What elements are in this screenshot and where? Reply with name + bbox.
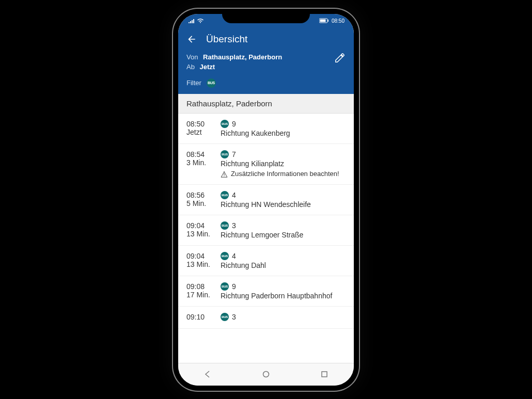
filter-row[interactable]: Filter BUS	[186, 78, 346, 88]
nav-recent-button[interactable]	[314, 368, 335, 381]
bus-icon: BUS	[221, 221, 229, 230]
from-value: Rathausplatz, Paderborn	[203, 53, 282, 61]
destination-column: BUS3	[221, 313, 346, 322]
destination-text: Richtung Kilianplatz	[221, 159, 346, 168]
line-number: 3	[232, 313, 236, 321]
time-column: 09:0413 Min.	[186, 221, 213, 239]
bus-icon: BUS	[221, 282, 229, 291]
bus-icon: BUS	[221, 191, 229, 199]
filter-label: Filter	[186, 79, 201, 87]
destination-text: Richtung Kaukenberg	[221, 129, 346, 137]
app-header: Übersicht Von Rathausplatz, Paderborn Ab…	[178, 28, 354, 94]
departure-row[interactable]: 09:0413 Min.BUS4Richtung Dahl	[178, 246, 354, 276]
bus-icon: BUS	[221, 313, 229, 321]
time-column: 09:0413 Min.	[186, 252, 213, 269]
departure-row[interactable]: 08:565 Min.BUS4Richtung HN Wendeschleife	[178, 185, 354, 215]
alert-row: Zusätzliche Informationen beachten!	[221, 170, 346, 178]
bus-icon: BUS	[221, 252, 229, 260]
departure-time: 09:10	[186, 313, 213, 321]
line-number: 7	[232, 150, 236, 158]
departure-time: 08:50	[186, 120, 213, 128]
destination-text: Richtung HN Wendeschleife	[221, 200, 346, 209]
wifi-icon	[197, 18, 204, 24]
line-number: 4	[232, 191, 236, 199]
page-title: Übersicht	[206, 34, 247, 45]
nav-back-button[interactable]	[197, 368, 218, 381]
back-button[interactable]	[186, 34, 197, 44]
departure-time: 08:56	[186, 191, 213, 199]
departure-row[interactable]: 09:0817 Min.BUS9Richtung Paderborn Haupt…	[178, 276, 354, 307]
destination-column: BUS4Richtung Dahl	[221, 252, 346, 269]
line-number: 9	[232, 282, 236, 291]
status-time: 08:50	[332, 18, 345, 24]
time-column: 08:50Jetzt	[186, 120, 213, 137]
departure-relative: 13 Min.	[186, 230, 213, 238]
time-column: 08:565 Min.	[186, 191, 213, 209]
svg-rect-1	[320, 19, 325, 22]
phone-screen: 08:50 Übersicht Von Rathausplatz, Paderb…	[178, 14, 354, 386]
departure-relative: 13 Min.	[186, 260, 213, 268]
departure-row[interactable]: 09:0413 Min.BUS3Richtung Lemgoer Straße	[178, 215, 354, 246]
svg-rect-4	[322, 372, 327, 377]
bus-icon: BUS	[221, 120, 229, 128]
filter-bus-badge[interactable]: BUS	[207, 78, 216, 88]
destination-column: BUS7Richtung KilianplatzZusätzliche Info…	[221, 150, 346, 178]
departure-label: Ab	[186, 63, 195, 71]
stop-section-header: Rathausplatz, Paderborn	[178, 94, 354, 114]
departures-list[interactable]: 08:50JetztBUS9Richtung Kaukenberg08:543 …	[178, 114, 354, 363]
line-number: 4	[232, 252, 236, 260]
time-column: 09:10	[186, 313, 213, 322]
departure-row[interactable]: 09:10BUS3	[178, 307, 354, 329]
departure-relative: 17 Min.	[186, 291, 213, 299]
stop-name: Rathausplatz, Paderborn	[186, 99, 272, 108]
destination-column: BUS9Richtung Paderborn Hauptbahnhof	[221, 282, 346, 300]
from-label: Von	[186, 53, 198, 61]
battery-icon	[319, 18, 330, 24]
line-number: 3	[232, 221, 236, 230]
destination-text: Richtung Dahl	[221, 261, 346, 269]
departure-time: 09:04	[186, 252, 213, 260]
alert-text: Zusätzliche Informationen beachten!	[231, 170, 339, 178]
svg-point-3	[263, 372, 269, 377]
departure-value: Jetzt	[200, 63, 215, 71]
svg-rect-2	[327, 20, 328, 22]
line-number: 9	[232, 120, 236, 128]
departure-row[interactable]: 08:50JetztBUS9Richtung Kaukenberg	[178, 114, 354, 144]
notch	[222, 9, 310, 23]
departure-relative: 5 Min.	[186, 199, 213, 208]
android-nav-bar	[178, 363, 354, 386]
search-summary: Von Rathausplatz, Paderborn Ab Jetzt	[186, 52, 282, 72]
destination-column: BUS9Richtung Kaukenberg	[221, 120, 346, 137]
phone-frame: 08:50 Übersicht Von Rathausplatz, Paderb…	[173, 9, 359, 391]
destination-text: Richtung Paderborn Hauptbahnhof	[221, 292, 346, 300]
warning-icon	[221, 171, 228, 178]
departure-time: 08:54	[186, 150, 213, 158]
departure-relative: 3 Min.	[186, 158, 213, 167]
destination-column: BUS3Richtung Lemgoer Straße	[221, 221, 346, 239]
time-column: 08:543 Min.	[186, 150, 213, 178]
departure-time: 09:08	[186, 282, 213, 291]
departure-row[interactable]: 08:543 Min.BUS7Richtung KilianplatzZusät…	[178, 144, 354, 185]
destination-text: Richtung Lemgoer Straße	[221, 231, 346, 239]
bus-icon: BUS	[221, 150, 229, 158]
destination-column: BUS4Richtung HN Wendeschleife	[221, 191, 346, 209]
departure-relative: Jetzt	[186, 128, 213, 136]
time-column: 09:0817 Min.	[186, 282, 213, 300]
departure-time: 09:04	[186, 221, 213, 230]
edit-button[interactable]	[334, 52, 346, 63]
nav-home-button[interactable]	[256, 368, 276, 381]
signal-icon	[189, 18, 195, 24]
